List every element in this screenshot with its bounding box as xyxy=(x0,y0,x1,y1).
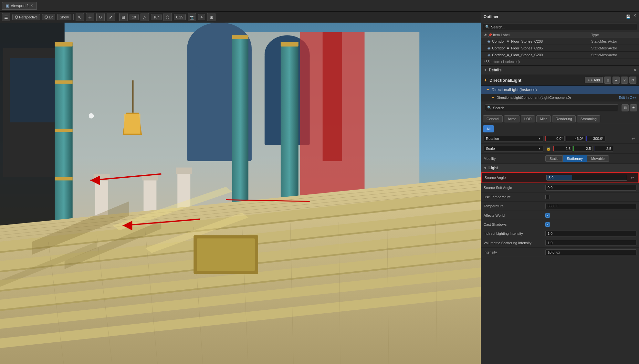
rotation-undo[interactable]: ↩ xyxy=(630,135,636,142)
tab-misc[interactable]: Misc xyxy=(536,115,551,122)
scale-dropdown[interactable]: Scale ▼ xyxy=(484,146,543,151)
outliner-row-2[interactable]: ◈ Corridor_A_Floor_Stones_C200 StaticMes… xyxy=(481,52,639,58)
viewport-tab-close[interactable]: ✕ xyxy=(30,4,33,8)
translate-tool[interactable]: ✛ xyxy=(86,13,94,21)
help-btn[interactable]: ? xyxy=(621,77,628,84)
hamburger-icon: ☰ xyxy=(4,15,8,20)
volumetric-intensity-value xyxy=(545,240,636,246)
tab-actor[interactable]: Actor xyxy=(504,115,519,122)
component-icon: ✦ xyxy=(491,95,495,100)
scale-x-input[interactable] xyxy=(553,146,572,151)
props-star-btn[interactable]: ★ xyxy=(630,104,637,111)
cast-shadows-checkbox[interactable]: ✓ xyxy=(545,222,550,227)
source-angle-undo[interactable]: ↩ xyxy=(629,174,635,181)
mobility-stationary[interactable]: Stationary xyxy=(563,155,587,162)
indirect-intensity-row: Indirect Lighting Intensity xyxy=(481,229,639,238)
scale-z-input[interactable] xyxy=(594,146,613,151)
rotation-row: Rotation ▼ ↩ xyxy=(481,134,639,144)
scale-label: Scale ▼ xyxy=(484,146,543,151)
instance-label: DirectionalLight (Instance) xyxy=(492,88,537,92)
mobility-movable[interactable]: Movable xyxy=(587,155,609,162)
viewport-tab[interactable]: ▣ Viewport 1 ✕ xyxy=(2,2,37,10)
settings-btn[interactable]: ⚙ xyxy=(629,77,636,84)
rotation-dropdown[interactable]: Rotation ▼ xyxy=(484,136,543,141)
scale-value[interactable]: 0.25 xyxy=(174,14,186,20)
hamburger-menu[interactable]: ☰ xyxy=(2,13,10,21)
outliner-close-btn[interactable]: ✕ xyxy=(633,13,636,20)
camera-value[interactable]: 4 xyxy=(198,14,205,20)
svg-rect-13 xyxy=(55,177,73,181)
row-type-0: StaticMeshActor xyxy=(591,39,636,43)
tab-lod[interactable]: LOD xyxy=(521,115,535,122)
tab-all[interactable]: All xyxy=(483,125,494,132)
angle-snap[interactable]: △ xyxy=(141,13,149,21)
component-row[interactable]: ✦ DirectionalLightComponent (LightCompon… xyxy=(481,94,639,101)
mobility-label: Mobility xyxy=(484,157,543,161)
use-temperature-checkbox[interactable] xyxy=(545,195,550,199)
lit-label: Lit xyxy=(49,15,53,19)
svg-point-68 xyxy=(89,113,94,119)
source-soft-angle-input[interactable] xyxy=(545,185,636,191)
props-search-input[interactable] xyxy=(493,106,616,110)
light-group-header[interactable]: ▼ Light xyxy=(481,164,639,172)
temperature-input[interactable] xyxy=(545,203,636,209)
mobility-static[interactable]: Static xyxy=(545,155,563,162)
props-table-btn[interactable]: ⊟ xyxy=(622,104,629,111)
outliner-save-btn[interactable]: 💾 xyxy=(625,13,632,20)
scale-tool[interactable]: ⤢ xyxy=(107,13,115,21)
select-tool[interactable]: ↖ xyxy=(76,13,84,21)
details-close-btn[interactable]: ✕ xyxy=(633,68,636,72)
scale-inputs xyxy=(553,146,636,151)
cast-shadows-label: Cast Shadows xyxy=(484,223,543,226)
layout-btn[interactable]: ⊟ xyxy=(604,77,611,84)
translate-icon: ✛ xyxy=(88,15,92,20)
scale-icon: ⤢ xyxy=(109,15,112,20)
camera-settings[interactable]: 📷 xyxy=(188,13,196,21)
tab-streaming[interactable]: Streaming xyxy=(577,115,600,122)
pin-icon: 📌 xyxy=(488,33,492,37)
temperature-label: Temperature xyxy=(484,204,543,208)
star-btn[interactable]: ★ xyxy=(613,77,620,84)
tab-rendering[interactable]: Rendering xyxy=(552,115,576,122)
add-icon: + xyxy=(588,78,590,82)
rotation-y-input[interactable] xyxy=(566,136,585,141)
outliner-row-0[interactable]: ◈ Corridor_A_Floor_Stones_C208 StaticMes… xyxy=(481,38,639,45)
instance-row[interactable]: ✦ DirectionalLight (Instance) xyxy=(481,86,639,94)
temperature-row: Temperature xyxy=(481,202,639,211)
tab-general[interactable]: General xyxy=(483,115,503,122)
scale-value-label: 0.25 xyxy=(176,15,183,19)
source-angle-label: Source Angle xyxy=(485,176,544,180)
light-group-chevron: ▼ xyxy=(484,166,487,170)
properties-section: 🔍 ⊟ ★ General Actor LOD Misc xyxy=(481,101,639,364)
rotate-tool[interactable]: ↻ xyxy=(96,13,105,21)
source-angle-input[interactable] xyxy=(546,175,627,181)
temperature-value xyxy=(545,203,636,209)
grid-value[interactable]: 10 xyxy=(130,14,139,20)
indirect-intensity-input[interactable] xyxy=(545,231,636,236)
scale-snap[interactable]: ⬡ xyxy=(163,13,172,21)
angle-value-label: 10° xyxy=(153,15,159,19)
show-label: Show xyxy=(60,15,69,19)
svg-rect-16 xyxy=(281,42,299,47)
component-label: DirectionalLightComponent (LightComponen… xyxy=(497,96,617,99)
rotation-x-input[interactable] xyxy=(545,136,565,141)
intensity-input[interactable] xyxy=(545,249,636,255)
use-temperature-row: Use Temperature xyxy=(481,192,639,202)
outliner-row-1[interactable]: ◈ Corridor_A_Floor_Stones_C205 StaticMes… xyxy=(481,45,639,52)
add-button[interactable]: + + Add xyxy=(585,77,603,83)
edit-cpp-link[interactable]: Edit in C++ xyxy=(619,96,636,99)
volumetric-intensity-input[interactable] xyxy=(545,240,636,246)
outliner-search-input[interactable] xyxy=(491,25,635,29)
scale-y-input[interactable] xyxy=(573,146,593,151)
show-button[interactable]: Show xyxy=(57,14,71,20)
svg-rect-8 xyxy=(10,58,55,122)
scale-value-label: Scale xyxy=(486,147,537,151)
lit-button[interactable]: Lit xyxy=(42,14,55,20)
perspective-button[interactable]: Perspective xyxy=(12,14,40,20)
viewport-options[interactable]: ⊞ xyxy=(207,13,215,21)
affects-world-checkbox[interactable]: ✓ xyxy=(545,213,550,218)
angle-value[interactable]: 10° xyxy=(151,14,162,20)
rotation-z-input[interactable] xyxy=(586,136,605,141)
scale-lock-icon[interactable]: 🔒 xyxy=(545,145,552,152)
grid-snap[interactable]: ⊞ xyxy=(119,13,128,21)
